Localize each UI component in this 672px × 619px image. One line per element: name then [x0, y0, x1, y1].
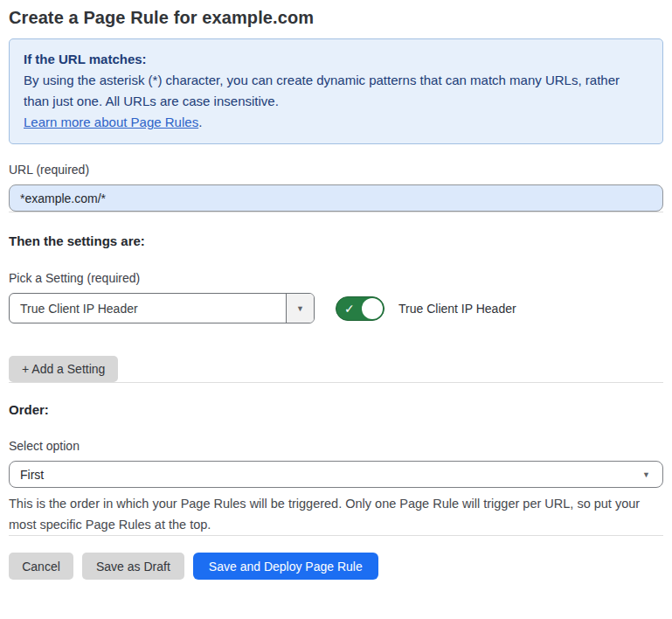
chevron-down-icon: ▼: [296, 304, 304, 313]
create-page-rule-form: Create a Page Rule for example.com If th…: [0, 0, 672, 619]
save-and-deploy-button[interactable]: Save and Deploy Page Rule: [193, 553, 378, 580]
divider: [9, 212, 663, 212]
divider: [9, 535, 663, 536]
divider: [9, 382, 663, 383]
toggle-knob: [362, 298, 383, 319]
url-input[interactable]: [9, 184, 663, 212]
page-title: Create a Page Rule for example.com: [9, 0, 663, 30]
toggle-label: True Client IP Header: [398, 302, 516, 316]
setting-select-arrow-button[interactable]: ▼: [286, 294, 314, 323]
link-suffix: .: [198, 115, 202, 129]
save-as-draft-button[interactable]: Save as Draft: [82, 553, 184, 580]
info-box-link-line: Learn more about Page Rules.: [24, 112, 648, 133]
url-field-label: URL (required): [9, 163, 663, 177]
info-box-body: By using the asterisk (*) character, you…: [24, 70, 648, 112]
order-select-value: First: [20, 468, 44, 482]
chevron-down-icon: ▼: [642, 470, 650, 479]
true-client-ip-toggle[interactable]: ✓: [336, 296, 384, 321]
learn-more-link[interactable]: Learn more about Page Rules: [24, 115, 198, 129]
setting-select-value: True Client IP Header: [10, 294, 286, 323]
setting-select[interactable]: True Client IP Header ▼: [9, 293, 315, 323]
url-match-info-box: If the URL matches: By using the asteris…: [9, 38, 663, 144]
order-section-heading: Order:: [9, 402, 663, 418]
check-icon: ✓: [344, 303, 355, 315]
info-box-heading: If the URL matches:: [24, 49, 648, 70]
setting-row: True Client IP Header ▼ ✓ True Client IP…: [9, 293, 663, 323]
pick-setting-label: Pick a Setting (required): [9, 271, 663, 286]
order-select[interactable]: First ▼: [9, 461, 663, 488]
order-help-text: This is the order in which your Page Rul…: [9, 493, 663, 535]
form-actions: Cancel Save as Draft Save and Deploy Pag…: [9, 553, 663, 580]
true-client-ip-toggle-group: ✓ True Client IP Header: [336, 296, 516, 321]
add-setting-button[interactable]: + Add a Setting: [9, 356, 118, 382]
settings-section-heading: Then the settings are:: [9, 233, 663, 249]
order-select-label: Select option: [9, 439, 663, 454]
cancel-button[interactable]: Cancel: [9, 553, 73, 580]
